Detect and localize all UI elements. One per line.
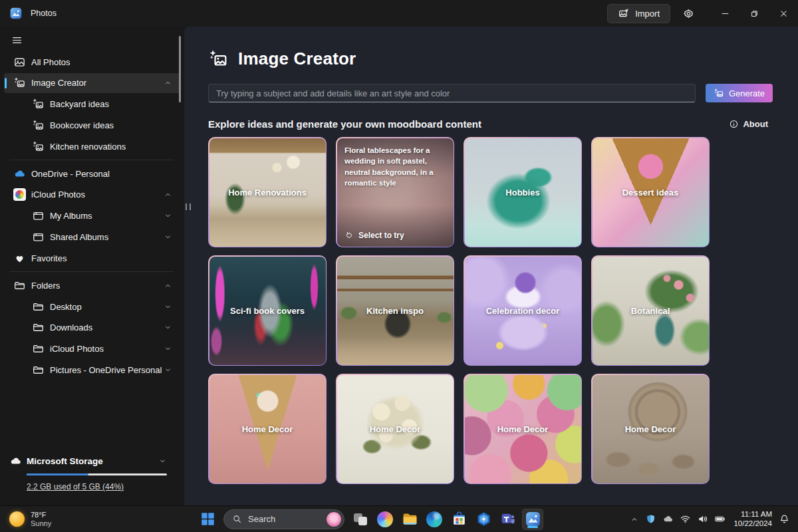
folder-icon bbox=[32, 301, 45, 313]
about-button[interactable]: About bbox=[729, 119, 768, 129]
battery-tray-button[interactable] bbox=[712, 509, 728, 530]
notification-bell-button[interactable] bbox=[776, 509, 793, 530]
sidebar-item-favorites[interactable]: Favorites bbox=[4, 248, 180, 268]
maximize-button[interactable] bbox=[739, 0, 769, 27]
sidebar-item-icloud-photos[interactable]: iCloud Photos bbox=[4, 185, 180, 205]
chevron-down-icon[interactable] bbox=[164, 233, 172, 241]
security-shield-icon bbox=[645, 513, 656, 525]
chevron-down-icon[interactable] bbox=[164, 344, 172, 353]
sidebar-item-pictures-onedrive-personal[interactable]: Pictures - OneDrive Personal bbox=[4, 360, 180, 380]
card-label: Sci-fi book covers bbox=[208, 255, 327, 366]
bell-icon bbox=[779, 513, 790, 525]
gear-icon bbox=[683, 8, 694, 19]
idea-card-dessert-ideas[interactable]: Dessert ideas bbox=[591, 137, 710, 247]
sidebar-item-backyard-ideas[interactable]: Backyard ideas bbox=[4, 94, 180, 114]
taskbar-search[interactable]: Search bbox=[223, 509, 344, 529]
idea-card-hobbies[interactable]: Hobbies bbox=[464, 137, 582, 247]
idea-cards-grid: Home RenovationsFloral tablescapes for a… bbox=[208, 137, 798, 484]
sidebar-item-my-albums[interactable]: My Albums bbox=[4, 206, 180, 226]
idea-card-home-decor-3[interactable]: Home Decor bbox=[464, 374, 582, 484]
chevron-up-icon[interactable] bbox=[164, 190, 172, 199]
idea-card-scifi-book-covers[interactable]: Sci-fi book covers bbox=[208, 255, 327, 366]
task-view-icon bbox=[352, 511, 368, 527]
app-title: Photos bbox=[31, 9, 57, 18]
chevron-down-icon[interactable] bbox=[164, 323, 172, 332]
volume-tray-button[interactable] bbox=[694, 509, 711, 530]
file-explorer-button[interactable] bbox=[399, 509, 420, 530]
sidebar-item-folders[interactable]: Folders bbox=[4, 275, 180, 295]
sun-icon bbox=[9, 511, 25, 527]
search-icon bbox=[232, 514, 242, 524]
chevron-down-icon[interactable] bbox=[164, 211, 172, 220]
sidebar-item-image-creator[interactable]: Image Creator bbox=[4, 73, 180, 93]
idea-card-home-renovations[interactable]: Home Renovations bbox=[208, 137, 327, 247]
chevron-down-icon[interactable] bbox=[164, 303, 172, 311]
taskbar-clock[interactable]: 11:11 AM 10/22/2024 bbox=[733, 510, 772, 528]
chevron-up-icon[interactable] bbox=[164, 78, 172, 87]
security-tray-button[interactable] bbox=[642, 509, 659, 530]
wifi-tray-button[interactable] bbox=[677, 509, 694, 530]
idea-card-home-decor-4[interactable]: Home Decor bbox=[591, 374, 710, 484]
sidebar-item-desktop[interactable]: Desktop bbox=[4, 297, 180, 317]
sidebar-item-shared-albums[interactable]: Shared Albums bbox=[4, 227, 180, 247]
windows-logo-icon bbox=[200, 511, 216, 527]
idea-card-celebration-decor[interactable]: Celebration decor bbox=[464, 255, 582, 366]
idea-card-home-decor-1[interactable]: Home Decor bbox=[208, 374, 327, 484]
storage-usage-link[interactable]: 2.2 GB used of 5 GB (44%) bbox=[27, 482, 124, 491]
chevron-down-icon[interactable] bbox=[164, 366, 172, 374]
idea-card-kitchen-inspo[interactable]: Kitchen inspo bbox=[336, 255, 454, 366]
close-button[interactable] bbox=[769, 0, 798, 27]
taskbar: 78°F Sunny Search bbox=[0, 505, 798, 532]
folder-icon bbox=[13, 279, 26, 292]
onedrive-tray-button[interactable] bbox=[660, 509, 676, 530]
sidebar-item-label: iCloud Photos bbox=[31, 190, 164, 200]
chevron-down-icon[interactable] bbox=[158, 457, 167, 466]
dev-home-button[interactable] bbox=[473, 509, 494, 530]
import-button[interactable]: Import bbox=[607, 4, 670, 23]
taskbar-center: Search bbox=[197, 509, 543, 530]
sidebar-item-onedrive-personal[interactable]: OneDrive - Personal bbox=[4, 164, 180, 184]
weather-condition: Sunny bbox=[31, 519, 51, 528]
main-content: Image Creator Generate Explore ideas and… bbox=[184, 27, 798, 505]
storage-progress-bar bbox=[27, 473, 167, 475]
chevron-up-icon bbox=[630, 515, 639, 524]
prompt-input[interactable] bbox=[208, 84, 696, 102]
card-label: Hobbies bbox=[464, 137, 582, 247]
minimize-button[interactable] bbox=[710, 0, 739, 27]
start-button[interactable] bbox=[197, 509, 218, 530]
tray-overflow-button[interactable] bbox=[627, 509, 642, 530]
chevron-up-icon[interactable] bbox=[164, 281, 172, 290]
sidebar-item-label: Favorites bbox=[31, 253, 172, 263]
sidebar-item-downloads[interactable]: Downloads bbox=[4, 318, 180, 338]
idea-card-botanical[interactable]: Botanical bbox=[591, 255, 710, 366]
file-explorer-icon bbox=[402, 511, 418, 527]
clock-time: 11:11 AM bbox=[741, 510, 772, 519]
sidebar-item-folder-icloud-photos[interactable]: iCloud Photos bbox=[4, 339, 180, 359]
sidebar-item-label: Desktop bbox=[50, 302, 164, 312]
sidebar-divider bbox=[9, 160, 174, 160]
edge-button[interactable] bbox=[424, 509, 445, 530]
generate-button[interactable]: Generate bbox=[706, 84, 773, 102]
pane-splitter-grip[interactable] bbox=[186, 203, 191, 210]
sidebar-item-bookcover-ideas[interactable]: Bookcover ideas bbox=[4, 115, 180, 135]
idea-card-floral-prompt[interactable]: Floral tablescapes for a wedding in soft… bbox=[336, 137, 454, 247]
hamburger-menu-button[interactable] bbox=[5, 31, 28, 49]
copilot-button[interactable] bbox=[374, 509, 396, 530]
photos-taskbar-button[interactable] bbox=[522, 509, 543, 530]
settings-button[interactable] bbox=[678, 3, 698, 23]
section-heading: Explore ideas and generate your own mood… bbox=[208, 118, 481, 130]
storage-header[interactable]: Microsoft Storage bbox=[9, 455, 167, 467]
weather-widget[interactable]: 78°F Sunny bbox=[7, 507, 54, 531]
sidebar-scrollbar[interactable] bbox=[179, 36, 181, 102]
microsoft-store-button[interactable] bbox=[448, 509, 469, 530]
hamburger-icon bbox=[11, 35, 23, 46]
idea-card-home-decor-2[interactable]: Home Decor bbox=[336, 374, 454, 484]
sidebar-item-kitchen-renovations[interactable]: Kitchen renovations bbox=[4, 136, 180, 156]
sidebar-item-label: OneDrive - Personal bbox=[31, 169, 172, 179]
task-view-button[interactable] bbox=[350, 509, 371, 530]
sidebar-item-all-photos[interactable]: All Photos bbox=[4, 52, 180, 72]
folder-icon bbox=[32, 321, 45, 334]
select-to-try[interactable]: Select to try bbox=[344, 231, 404, 240]
dev-home-icon bbox=[475, 511, 492, 527]
teams-button[interactable] bbox=[497, 509, 519, 530]
